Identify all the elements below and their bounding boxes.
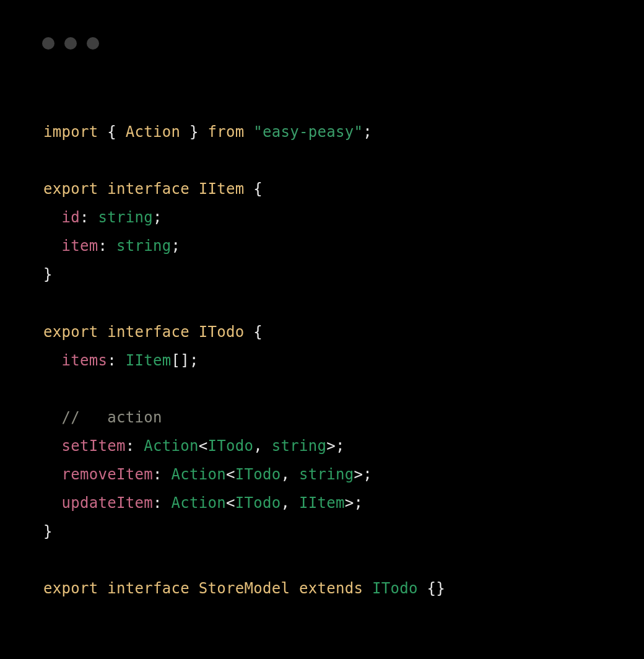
- code-line: setItem: Action<ITodo, string>;: [43, 437, 345, 455]
- code-line: [43, 551, 53, 569]
- close-icon[interactable]: [42, 37, 54, 50]
- code-token: }: [43, 523, 53, 540]
- code-token: :: [107, 352, 126, 369]
- code-line: [43, 152, 53, 169]
- code-token: :: [80, 209, 98, 226]
- code-token: interface: [107, 580, 199, 597]
- code-token: {: [245, 180, 263, 198]
- code-token: import: [43, 123, 107, 141]
- code-line: export interface StoreModel extends ITod…: [43, 580, 445, 597]
- code-content: import { Action } from "easy-peasy"; exp…: [43, 118, 601, 603]
- code-token: string: [116, 237, 172, 255]
- code-token: ;: [153, 209, 162, 226]
- code-token: <: [199, 437, 208, 455]
- code-line: }: [43, 266, 53, 283]
- code-line: // action: [43, 409, 162, 426]
- code-token: item: [62, 237, 98, 255]
- code-line: [43, 294, 53, 312]
- code-token: Action: [172, 494, 227, 512]
- code-line: [43, 380, 53, 398]
- code-token: interface: [107, 323, 199, 341]
- code-token: interface: [107, 180, 199, 198]
- code-token: Action: [126, 123, 181, 141]
- code-area[interactable]: import { Action } from "easy-peasy"; exp…: [0, 62, 644, 603]
- code-token: IItem: [299, 494, 345, 512]
- code-token: updateItem: [62, 494, 154, 512]
- window-titlebar: [0, 37, 644, 62]
- code-token: removeItem: [62, 466, 154, 483]
- code-line: import { Action } from "easy-peasy";: [43, 123, 372, 141]
- code-token: export: [43, 580, 107, 597]
- code-token: ,: [281, 466, 300, 483]
- code-token: extends: [290, 580, 372, 597]
- code-line: id: string;: [43, 209, 162, 226]
- code-token: {: [245, 323, 263, 341]
- code-token: :: [98, 237, 117, 255]
- code-token: ,: [253, 437, 272, 455]
- code-token: Action: [172, 466, 227, 483]
- code-token: [43, 437, 62, 455]
- code-token: items: [62, 352, 108, 369]
- code-line: export interface ITodo {: [43, 323, 263, 341]
- minimize-icon[interactable]: [64, 37, 77, 50]
- code-line: }: [43, 523, 53, 540]
- code-token: [43, 237, 62, 255]
- code-token: ITodo: [199, 323, 245, 341]
- code-token: ITodo: [235, 494, 281, 512]
- code-token: :: [126, 437, 144, 455]
- editor-window: import { Action } from "easy-peasy"; exp…: [0, 0, 644, 659]
- code-token: ITodo: [235, 466, 281, 483]
- code-token: >;: [326, 437, 345, 455]
- code-token: export: [43, 180, 107, 198]
- code-token: string: [272, 437, 327, 455]
- code-token: ;: [172, 237, 181, 255]
- code-line: removeItem: Action<ITodo, string>;: [43, 466, 372, 483]
- code-token: ITodo: [372, 580, 418, 597]
- code-line: item: string;: [43, 237, 180, 255]
- code-token: <: [226, 466, 235, 483]
- code-token: string: [299, 466, 354, 483]
- code-token: export: [43, 323, 107, 341]
- code-line: export interface IItem {: [43, 180, 263, 198]
- code-token: :: [153, 466, 172, 483]
- code-token: ,: [281, 494, 300, 512]
- code-token: [];: [172, 352, 199, 369]
- code-token: [43, 494, 62, 512]
- code-token: ITodo: [208, 437, 254, 455]
- code-token: IItem: [126, 352, 172, 369]
- code-token: <: [226, 494, 235, 512]
- code-token: ;: [363, 123, 372, 141]
- code-line: updateItem: Action<ITodo, IItem>;: [43, 494, 363, 512]
- code-token: {}: [418, 580, 445, 597]
- code-token: IItem: [199, 180, 245, 198]
- code-token: >;: [354, 466, 373, 483]
- code-token: [43, 466, 62, 483]
- code-token: >;: [345, 494, 363, 512]
- code-token: // action: [62, 409, 162, 426]
- code-token: :: [153, 494, 172, 512]
- code-token: }: [180, 123, 207, 141]
- maximize-icon[interactable]: [87, 37, 99, 50]
- code-token: "easy-peasy": [253, 123, 363, 141]
- code-line: items: IItem[];: [43, 352, 199, 369]
- code-token: [43, 209, 62, 226]
- code-token: [43, 352, 62, 369]
- code-token: StoreModel: [199, 580, 290, 597]
- code-token: from: [208, 123, 254, 141]
- code-token: {: [107, 123, 126, 141]
- code-token: string: [98, 209, 154, 226]
- code-token: [43, 409, 62, 426]
- code-token: id: [62, 209, 80, 226]
- code-token: }: [43, 266, 53, 283]
- code-token: Action: [144, 437, 199, 455]
- code-token: setItem: [62, 437, 126, 455]
